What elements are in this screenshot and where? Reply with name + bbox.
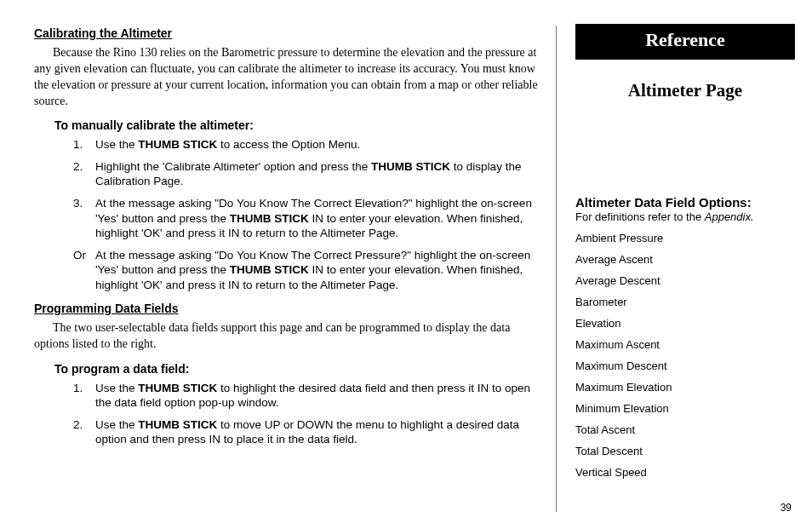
- thumb-stick-label: THUMB STICK: [230, 212, 309, 225]
- thumb-stick-label: THUMB STICK: [371, 160, 450, 173]
- step-text: At the message asking "Do You Know The C…: [95, 248, 539, 293]
- step-item: OrAt the message asking "Do You Know The…: [73, 248, 539, 293]
- para-calibrating: Because the Rino 130 relies on the Barom…: [34, 45, 539, 110]
- steps-program: 1.Use the THUMB STICK to highlight the d…: [73, 381, 539, 447]
- step-number: Or: [73, 248, 95, 293]
- step-number: 3.: [73, 196, 95, 241]
- step-number: 2.: [73, 159, 95, 189]
- options-heading: Altimeter Data Field Options:: [575, 195, 795, 210]
- steps-calibrate: 1.Use the THUMB STICK to access the Opti…: [73, 137, 539, 292]
- option-item: Total Descent: [575, 445, 795, 457]
- step-number: 1.: [73, 381, 95, 411]
- thumb-stick-label: THUMB STICK: [230, 263, 309, 276]
- step-number: 1.: [73, 137, 95, 152]
- option-item: Vertical Speed: [575, 466, 795, 479]
- options-list: Ambient PressureAverage AscentAverage De…: [575, 232, 795, 479]
- option-item: Maximum Elevation: [575, 381, 795, 394]
- option-item: Maximum Descent: [575, 359, 795, 372]
- reference-banner: Reference: [575, 24, 795, 60]
- step-text: Use the THUMB STICK to highlight the des…: [95, 381, 539, 411]
- option-item: Minimum Elevation: [575, 402, 795, 415]
- step-number: 2.: [73, 417, 95, 447]
- para-programming: The two user-selectable data fields supp…: [34, 320, 539, 353]
- option-item: Elevation: [575, 317, 795, 330]
- step-item: 2.Highlight the 'Calibrate Altimeter' op…: [73, 159, 539, 189]
- option-item: Average Ascent: [575, 253, 795, 266]
- option-item: Average Descent: [575, 274, 795, 287]
- options-subtext: For definitions refer to the Appendix.: [575, 210, 795, 223]
- step-item: 3.At the message asking "Do You Know The…: [73, 196, 539, 241]
- main-column: Calibrating the Altimeter Because the Ri…: [34, 26, 557, 512]
- thumb-stick-label: THUMB STICK: [138, 382, 217, 394]
- step-item: 1.Use the THUMB STICK to highlight the d…: [73, 381, 539, 411]
- heading-calibrating: Calibrating the Altimeter: [34, 26, 539, 42]
- option-item: Barometer: [575, 296, 795, 308]
- step-text: Highlight the 'Calibrate Altimeter' opti…: [95, 159, 539, 189]
- step-text: Use the THUMB STICK to access the Option…: [95, 137, 539, 152]
- heading-programming: Programming Data Fields: [34, 301, 539, 317]
- step-text: At the message asking "Do You Know The C…: [95, 196, 539, 241]
- page-number: 39: [781, 502, 792, 514]
- step-item: 1.Use the THUMB STICK to access the Opti…: [73, 137, 539, 152]
- side-column: Reference Altimeter Page Altimeter Data …: [557, 26, 795, 512]
- option-item: Maximum Ascent: [575, 338, 795, 351]
- task-head-calibrate: To manually calibrate the altimeter:: [54, 118, 539, 134]
- thumb-stick-label: THUMB STICK: [138, 418, 217, 431]
- options-sub-appendix: Appendix.: [705, 210, 754, 223]
- task-head-program: To program a data field:: [54, 361, 539, 377]
- step-item: 2.Use the THUMB STICK to move UP or DOWN…: [73, 417, 539, 447]
- thumb-stick-label: THUMB STICK: [138, 138, 217, 151]
- reference-title: Altimeter Page: [575, 80, 795, 101]
- option-item: Ambient Pressure: [575, 232, 795, 244]
- option-item: Total Ascent: [575, 423, 795, 436]
- step-text: Use the THUMB STICK to move UP or DOWN t…: [95, 417, 539, 447]
- options-sub-pre: For definitions refer to the: [575, 210, 705, 223]
